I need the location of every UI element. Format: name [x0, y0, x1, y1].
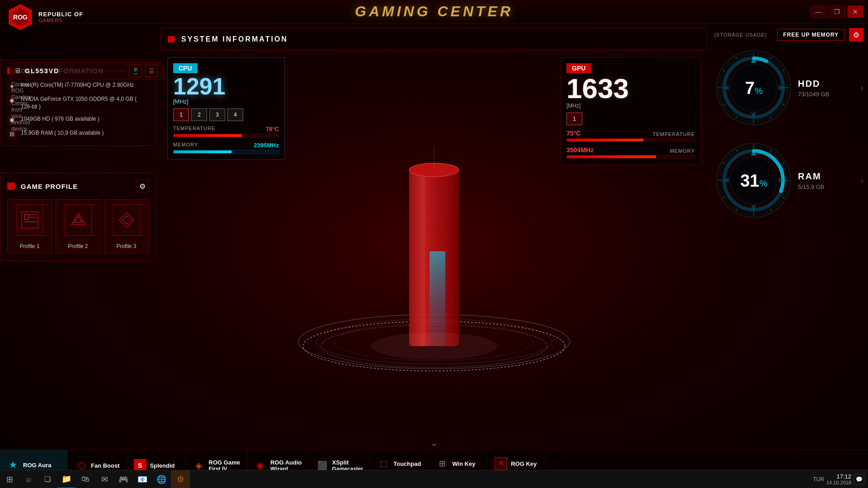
- ram-expand-button[interactable]: ›: [861, 176, 863, 185]
- windows-task-view-button[interactable]: ❑: [38, 470, 57, 488]
- restore-button[interactable]: ❐: [829, 5, 845, 18]
- cpu-core-4-button[interactable]: 4: [227, 108, 243, 121]
- storage-label: [STORAGE USAGE]: [714, 32, 773, 38]
- cpu-temp-bar-fill: [174, 134, 242, 137]
- hdd-info: HDD 73/1049 GB: [798, 79, 856, 98]
- holo-viz-svg: [276, 125, 592, 378]
- win-key-name: Win Key: [452, 460, 475, 467]
- hdd-expand-button[interactable]: ›: [861, 83, 863, 93]
- gpu-memory-bar-bg: [566, 155, 695, 159]
- profile-card-2[interactable]: Profile 2: [56, 199, 100, 253]
- storage-settings-button[interactable]: ⚙: [849, 28, 863, 42]
- ram-gauge-container: 31% RAM 5/15,9 GB ›: [714, 141, 863, 220]
- rog-brand-line2: GAMERS: [38, 18, 83, 23]
- ram-info: RAM 5/15,9 GB: [798, 171, 856, 190]
- rog-aura-name: ROG Aura: [23, 462, 51, 469]
- win-taskbar-left: ⊞ ⌕ ❑ 📁 🛍 ✉ 🎮 📧 🌐 ⚙: [0, 470, 190, 488]
- cpu-memory-label: MEMORY: [173, 142, 198, 149]
- ram-percent-symbol: %: [760, 178, 768, 188]
- svg-marker-10: [119, 213, 134, 227]
- hdd-gauge-center: 7%: [745, 78, 763, 98]
- gpu-badge: GPU: [566, 63, 591, 73]
- svg-rect-3: [22, 212, 38, 228]
- svg-rect-18: [409, 170, 425, 346]
- gpu-memory-bar-fill: [567, 155, 656, 158]
- profile-3-icon: [113, 204, 140, 236]
- rog-emblem-icon: ROG: [7, 4, 34, 31]
- profile-1-icon: [16, 204, 43, 236]
- win-taskbar-mail[interactable]: ✉: [95, 470, 114, 488]
- close-button[interactable]: ✕: [847, 5, 863, 18]
- win-time: 17:12: [826, 473, 851, 480]
- cpu-speed: 1291: [173, 75, 279, 98]
- windows-taskbar: ⊞ ⌕ ❑ 📁 🛍 ✉ 🎮 📧 🌐 ⚙ TUR 17:12 14.10.2018…: [0, 470, 868, 488]
- phone-icon[interactable]: 📱: [129, 65, 142, 77]
- rog-aura-icon-row: ★ ROG Aura: [7, 459, 51, 471]
- cpu-core-1-button[interactable]: 1: [173, 108, 189, 121]
- splendid-name: Splendid: [150, 462, 175, 469]
- profile-card-1[interactable]: Profile 1: [7, 199, 52, 253]
- touchpad-icon-row: ⬚ Touchpad: [377, 457, 421, 470]
- cpu-badge: CPU: [173, 63, 198, 73]
- win-taskbar-store[interactable]: 🛍: [76, 470, 95, 488]
- ram-value: 5/15,9 GB: [798, 183, 856, 190]
- gpu-core-1-button[interactable]: 1: [566, 113, 582, 125]
- svg-rect-4: [24, 215, 29, 219]
- minimize-button[interactable]: —: [810, 5, 826, 18]
- rog-brand-line1: REPUBLIC OF: [38, 11, 83, 18]
- device-selector-bar: 🖥 GL553VD 📱 ☰: [9, 62, 163, 80]
- hdd-value: 73/1049 GB: [798, 91, 856, 98]
- windows-start-button[interactable]: ⊞: [0, 470, 19, 488]
- gpu-temp-value: 75°C: [566, 130, 580, 137]
- free-memory-button[interactable]: FREE UP MEMORY: [777, 29, 844, 41]
- win-date: 14.10.2018: [826, 480, 851, 485]
- profile-2-label: Profile 2: [68, 243, 88, 249]
- ram-gauge-center: 31%: [740, 171, 767, 190]
- cpu-core-buttons: 1 2 3 4: [173, 108, 279, 121]
- list-icon[interactable]: ☰: [145, 65, 158, 77]
- svg-text:ROG: ROG: [13, 14, 28, 21]
- win-taskbar-chrome[interactable]: 🌐: [152, 470, 171, 488]
- profile-card-3[interactable]: Profile 3: [104, 199, 149, 253]
- cpu-panel: CPU 1291 [MHz] 1 2 3 4 TEMPERATURE 78°C: [167, 57, 285, 160]
- ram-label: RAM: [798, 171, 856, 182]
- gpu-memory-row: 3504MHz MEMORY: [566, 146, 695, 159]
- svg-marker-9: [74, 216, 82, 222]
- hdd-gauge-container: 7% HDD 73/1049 GB ›: [714, 48, 863, 127]
- cpu-memory-bar-fill: [174, 150, 231, 153]
- ram-percentage: 31: [740, 171, 759, 190]
- rog-key-icon: R: [495, 457, 507, 470]
- cpu-core-2-button[interactable]: 2: [191, 108, 207, 121]
- window-controls: — ❐ ✕: [810, 5, 863, 18]
- win-taskbar-language: TUR: [813, 476, 824, 483]
- cpu-memory-row: MEMORY 2395MHz: [173, 142, 279, 154]
- cpu-temp-label: TEMPERATURE: [173, 126, 215, 132]
- cpu-memory-bar-bg: [173, 150, 279, 154]
- game-profile-title-row: GAME PROFILE: [7, 183, 78, 190]
- win-taskbar-steam[interactable]: 🎮: [114, 470, 133, 488]
- game-profile-settings-button[interactable]: ⚙: [136, 180, 149, 192]
- win-notifications-button[interactable]: 💬: [854, 474, 864, 485]
- gpu-memory-value: 3504MHz: [566, 146, 594, 154]
- hdd-percentage: 7: [745, 78, 755, 97]
- gpu-temp-bar-fill: [567, 139, 643, 141]
- win-taskbar-file-explorer[interactable]: 📁: [57, 470, 76, 488]
- system-info-title: SYSTEM INFORMATION: [181, 35, 288, 43]
- win-taskbar-settings[interactable]: ⚙: [171, 470, 190, 488]
- rog-brand-text: REPUBLIC OF GAMERS: [38, 11, 83, 24]
- profile-1-label: Profile 1: [19, 243, 39, 249]
- ram-gauge: 31%: [714, 141, 793, 220]
- rog-game-first-name: ROG Game: [209, 459, 240, 466]
- main-content: DEVICE INFORMATION ★ Intel(R) Core(TM) i…: [0, 23, 868, 450]
- profile-2-icon: [65, 204, 92, 236]
- game-profile-section: GAME PROFILE ⚙ Profile 1: [0, 173, 156, 261]
- cpu-temp-value: 78°C: [266, 126, 279, 132]
- dots-separator: [63, 70, 125, 71]
- cpu-core-3-button[interactable]: 3: [209, 108, 225, 121]
- win-clock: 17:12 14.10.2018: [826, 473, 851, 485]
- cpu-info-text: Intel(R) Core(TM) i7-7700HQ CPU @ 2.80GH…: [21, 81, 134, 89]
- down-arrow-indicator: ⌄: [430, 437, 438, 448]
- win-taskbar-email[interactable]: 📧: [133, 470, 152, 488]
- windows-search-button[interactable]: ⌕: [19, 470, 38, 488]
- hdd-label: HDD: [798, 79, 856, 89]
